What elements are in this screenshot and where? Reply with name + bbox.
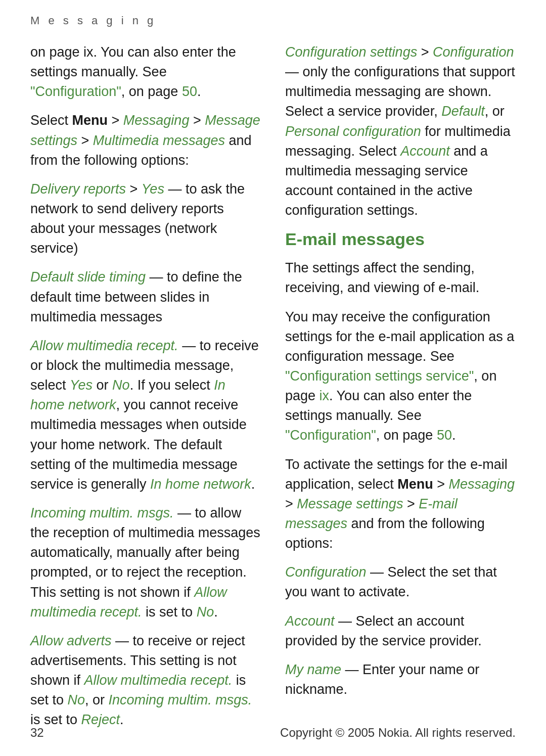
select-menu-paragraph: Select Menu > Messaging > Message settin…	[30, 111, 261, 170]
config-personal-label: Personal configuration	[285, 124, 421, 139]
config-account-label: Account	[400, 144, 450, 159]
delivery-reports-arrow: >	[126, 181, 142, 197]
config-label: Configuration	[433, 44, 514, 60]
copyright-text: Copyright © 2005 Nokia. All rights reser…	[280, 726, 516, 740]
in-home2-label: In home network	[150, 477, 251, 492]
left-column: on page ix. You can also enter the setti…	[30, 42, 261, 739]
incoming-multim-label: Incoming multim. msgs.	[30, 505, 174, 521]
allow-adverts-item: Allow adverts — to receive or reject adv…	[30, 631, 261, 730]
email-account-label: Account	[285, 613, 335, 629]
right-column: Configuration settings > Configuration —…	[285, 42, 516, 739]
intro-text-before: on page ix. You can also enter the setti…	[30, 44, 236, 79]
email-config-item: Configuration — Select the set that you …	[285, 562, 516, 602]
email-para2-end: , on page	[376, 428, 437, 443]
email-heading: E-mail messages	[285, 229, 516, 249]
adverts-allow-label: Allow multimedia recept.	[84, 673, 233, 688]
intro-paragraph: on page ix. You can also enter the setti…	[30, 42, 261, 102]
arrow-2: >	[189, 113, 205, 128]
allow-period: .	[251, 477, 255, 492]
allow-adverts-label: Allow adverts	[30, 633, 112, 648]
allow-yes-label: Yes	[70, 377, 93, 393]
delivery-reports-item: Delivery reports > Yes — to ask the netw…	[30, 179, 261, 259]
config-link-2[interactable]: "Configuration"	[285, 428, 376, 443]
adverts-or: , or	[85, 692, 109, 707]
adverts-no-label: No	[68, 692, 85, 707]
email-para2: You may receive the configuration settin…	[285, 307, 516, 446]
incoming-period: .	[214, 604, 218, 620]
default-slide-timing-item: Default slide timing — to define the def…	[30, 267, 261, 326]
intro-text-after: , on page	[121, 84, 182, 99]
allow-no-label: No	[112, 377, 130, 393]
multimedia-messages-label: Multimedia messages	[93, 133, 225, 148]
incoming-no-label: No	[197, 604, 214, 620]
intro-period: .	[197, 84, 201, 99]
incoming-rest2: is set to	[142, 604, 197, 620]
email-section: E-mail messages The settings affect the …	[285, 229, 516, 699]
config-default-label: Default	[441, 104, 485, 119]
email-myname-item: My name — Enter your name or nickname.	[285, 660, 516, 699]
email-messaging-label: Messaging	[448, 477, 515, 492]
email-para2-before: You may receive the configuration settin…	[285, 309, 514, 364]
email-menu-label: Menu	[397, 477, 433, 492]
page-50-link[interactable]: 50	[182, 84, 197, 99]
delivery-reports-label: Delivery reports	[30, 181, 126, 197]
arrow-1: >	[108, 113, 123, 128]
config-arrow: >	[417, 44, 433, 60]
email-arrow3: >	[403, 496, 419, 511]
menu-label: Menu	[72, 113, 108, 128]
config-settings-service-link[interactable]: "Configuration settings service"	[285, 368, 474, 384]
adverts-rest3: is set to	[30, 712, 81, 727]
header-bar: M e s s a g i n g	[0, 0, 546, 27]
email-para3: To activate the settings for the e-mail …	[285, 455, 516, 554]
page-50-link-2[interactable]: 50	[437, 428, 452, 443]
email-para1: The settings affect the sending, receivi…	[285, 258, 516, 298]
incoming-multim-item: Incoming multim. msgs. — to allow the re…	[30, 503, 261, 622]
email-msg-settings-label: Message settings	[297, 496, 403, 511]
email-account-item: Account — Select an account provided by …	[285, 611, 516, 651]
config-settings-item: Configuration settings > Configuration —…	[285, 42, 516, 220]
page-ix-link[interactable]: ix	[320, 388, 330, 403]
select-text: Select	[30, 113, 72, 128]
arrow-3: >	[77, 133, 93, 148]
delivery-yes-label: Yes	[142, 181, 164, 197]
allow-multimedia-recept-item: Allow multimedia recept. — to receive or…	[30, 336, 261, 494]
adverts-period: .	[120, 712, 124, 727]
adverts-reject-label: Reject	[81, 712, 120, 727]
email-arrow1: >	[433, 477, 449, 492]
adverts-incoming-label: Incoming multim. msgs.	[109, 692, 252, 707]
page-number: 32	[30, 726, 44, 740]
email-config-label: Configuration	[285, 564, 367, 580]
email-arrow2: >	[285, 496, 297, 511]
email-para2-period: .	[452, 428, 456, 443]
messaging-label: Messaging	[123, 113, 190, 128]
config-or: , or	[485, 104, 505, 119]
configuration-link-1[interactable]: "Configuration"	[30, 84, 121, 99]
allow-multimedia-label: Allow multimedia recept.	[30, 338, 178, 353]
default-slide-label: Default slide timing	[30, 269, 146, 285]
allow-rest2: . If you select	[130, 377, 214, 393]
footer: 32 Copyright © 2005 Nokia. All rights re…	[30, 726, 516, 740]
header-title: M e s s a g i n g	[30, 14, 156, 27]
email-myname-label: My name	[285, 662, 341, 677]
config-settings-label: Configuration settings	[285, 44, 417, 60]
allow-or: or	[93, 377, 112, 393]
